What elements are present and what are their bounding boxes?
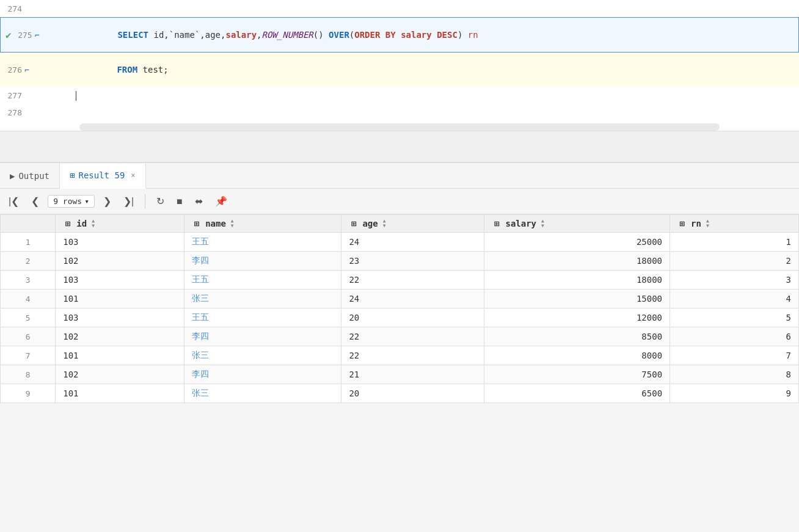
refresh-btn[interactable]: ↻ xyxy=(153,193,168,210)
table-row[interactable]: 6102李四2285006 xyxy=(1,327,799,346)
cell-id: 101 xyxy=(56,384,184,403)
table-row[interactable]: 5103王五20120005 xyxy=(1,308,799,327)
pin-btn[interactable]: 📌 xyxy=(211,193,231,210)
cell-salary: 18000 xyxy=(484,252,670,271)
cell-name: 李四 xyxy=(184,252,341,271)
cell-rn: 7 xyxy=(670,346,799,365)
code-content-278[interactable] xyxy=(73,110,799,115)
rows-selector[interactable]: 9 rows ▾ xyxy=(48,195,95,208)
line-number-col-274: 274 xyxy=(0,2,73,16)
col-age: age xyxy=(205,30,221,40)
output-icon: ▶ xyxy=(10,171,15,181)
result-table: ⊞ id ▲▼ ⊞ name ▲▼ ⊞ xyxy=(0,214,799,403)
sort-arrows-id[interactable]: ▲▼ xyxy=(92,219,95,228)
code-content-276[interactable]: FROM test; xyxy=(73,53,799,87)
th-age[interactable]: ⊞ age ▲▼ xyxy=(341,215,484,233)
th-name[interactable]: ⊞ name ▲▼ xyxy=(184,215,341,233)
toolbar-divider-1 xyxy=(145,194,145,209)
stop-btn[interactable]: ■ xyxy=(173,194,186,210)
cell-name: 李四 xyxy=(184,327,341,346)
code-content-277[interactable] xyxy=(73,88,799,103)
cell-name: 王五 xyxy=(184,271,341,290)
col-icon-rn: ⊞ xyxy=(677,219,687,228)
table-row[interactable]: 4101张三24150004 xyxy=(1,290,799,308)
cell-row-num: 9 xyxy=(1,384,56,403)
next-page-btn[interactable]: ❯ xyxy=(100,193,115,210)
cell-id: 101 xyxy=(56,346,184,365)
tab-result[interactable]: ⊞ Result 59 × xyxy=(60,164,146,189)
cell-salary: 7500 xyxy=(484,365,670,384)
table-row[interactable]: 2102李四23180002 xyxy=(1,252,799,271)
tab-output-label: Output xyxy=(18,171,49,181)
cell-id: 101 xyxy=(56,290,184,308)
cell-salary: 12000 xyxy=(484,308,670,327)
line-number-275: 275 xyxy=(15,31,32,40)
editor-line-275[interactable]: ✔ 275 ⌐ SELECT id,`name`,age,salary,ROW_… xyxy=(0,17,799,53)
cell-rn: 6 xyxy=(670,327,799,346)
col-label-rn: rn xyxy=(691,219,701,228)
cell-name: 张三 xyxy=(184,384,341,403)
data-table-wrap: ⊞ id ▲▼ ⊞ name ▲▼ ⊞ xyxy=(0,214,799,403)
sort-arrows-salary[interactable]: ▲▼ xyxy=(541,219,544,228)
kw-over: OVER xyxy=(324,30,349,40)
cell-name: 张三 xyxy=(184,346,341,365)
th-row-num xyxy=(1,215,56,233)
cell-row-num: 3 xyxy=(1,271,56,290)
first-page-btn[interactable]: |❮ xyxy=(5,193,23,210)
sort-arrows-rn[interactable]: ▲▼ xyxy=(706,219,709,228)
tab-close-btn[interactable]: × xyxy=(131,171,135,180)
cell-salary: 6500 xyxy=(484,384,670,403)
cell-salary: 8500 xyxy=(484,327,670,346)
expand-btn[interactable]: ⬌ xyxy=(191,193,206,210)
cell-name: 张三 xyxy=(184,290,341,308)
bracket-icon-276: ⌐ xyxy=(24,65,29,75)
line-number-277: 277 xyxy=(5,91,22,100)
table-row[interactable]: 8102李四2175008 xyxy=(1,365,799,384)
cell-id: 102 xyxy=(56,252,184,271)
code-content-274[interactable] xyxy=(73,6,799,11)
table-row[interactable]: 3103王五22180003 xyxy=(1,271,799,290)
rows-text: 9 rows xyxy=(53,197,82,206)
cell-age: 22 xyxy=(341,327,484,346)
th-rn[interactable]: ⊞ rn ▲▼ xyxy=(670,215,799,233)
sort-arrows-age[interactable]: ▲▼ xyxy=(383,219,386,228)
cell-rn: 3 xyxy=(670,271,799,290)
last-page-btn[interactable]: ❯| xyxy=(120,193,137,210)
cell-name: 王五 xyxy=(184,233,341,252)
cell-salary: 18000 xyxy=(484,271,670,290)
editor-line-274[interactable]: 274 xyxy=(0,0,799,17)
col-label-salary: salary xyxy=(505,219,536,228)
bracket-icon-275: ⌐ xyxy=(35,31,40,40)
cell-row-num: 7 xyxy=(1,346,56,365)
cell-salary: 8000 xyxy=(484,346,670,365)
th-salary[interactable]: ⊞ salary ▲▼ xyxy=(484,215,670,233)
cell-rn: 8 xyxy=(670,365,799,384)
cell-name: 李四 xyxy=(184,365,341,384)
th-id[interactable]: ⊞ id ▲▼ xyxy=(56,215,184,233)
editor-line-278[interactable]: 278 xyxy=(0,104,799,121)
output-section: ▶ Output ⊞ Result 59 × |❮ ❮ 9 rows ▾ ❯ ❯… xyxy=(0,162,799,403)
kw-order-by: ORDER BY xyxy=(354,30,395,40)
cell-rn: 4 xyxy=(670,290,799,308)
editor-h-scrollbar[interactable] xyxy=(79,123,720,131)
col-name-bt: `name` xyxy=(169,30,200,40)
table-header-row: ⊞ id ▲▼ ⊞ name ▲▼ ⊞ xyxy=(1,215,799,233)
table-row[interactable]: 1103王五24250001 xyxy=(1,233,799,252)
output-tabs: ▶ Output ⊞ Result 59 × xyxy=(0,163,799,189)
editor-section: 274 ✔ 275 ⌐ SELECT id,`name`,age,salary,… xyxy=(0,0,799,131)
alias-rn: rn xyxy=(462,30,478,40)
code-content-275[interactable]: SELECT id,`name`,age,salary,ROW_NUMBER()… xyxy=(74,18,798,52)
cell-row-num: 6 xyxy=(1,327,56,346)
editor-line-276[interactable]: 276 ⌐ FROM test; xyxy=(0,53,799,87)
cell-row-num: 1 xyxy=(1,233,56,252)
result-toolbar: |❮ ❮ 9 rows ▾ ❯ ❯| ↻ ■ ⬌ 📌 xyxy=(0,189,799,214)
prev-page-btn[interactable]: ❮ xyxy=(27,193,43,210)
table-row[interactable]: 9101张三2065009 xyxy=(1,384,799,403)
editor-line-277[interactable]: 277 xyxy=(0,87,799,104)
cell-rn: 2 xyxy=(670,252,799,271)
cell-salary: 25000 xyxy=(484,233,670,252)
tab-output[interactable]: ▶ Output xyxy=(0,163,60,188)
sort-arrows-name[interactable]: ▲▼ xyxy=(231,219,234,228)
table-row[interactable]: 7101张三2280007 xyxy=(1,346,799,365)
col-label-age: age xyxy=(362,219,378,228)
